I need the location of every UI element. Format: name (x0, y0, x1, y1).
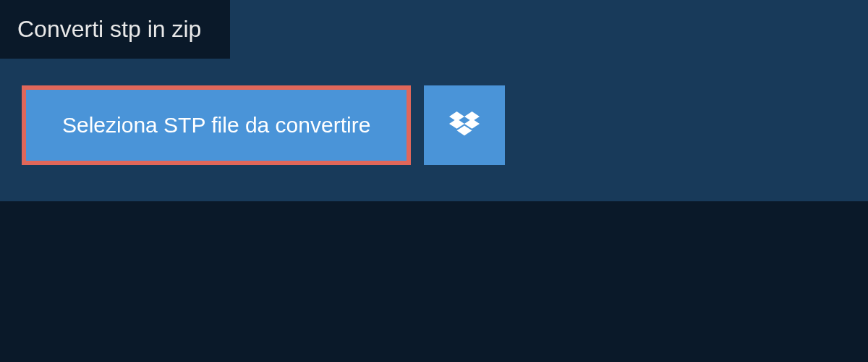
select-file-button[interactable]: Seleziona STP file da convertire (26, 90, 407, 161)
dropbox-button[interactable] (424, 85, 505, 165)
select-file-highlight: Seleziona STP file da convertire (22, 85, 411, 165)
tab-active[interactable]: Converti stp in zip (0, 0, 230, 60)
select-file-label: Seleziona STP file da convertire (62, 113, 370, 137)
converter-panel: Converti stp in zip Seleziona STP file d… (0, 0, 868, 201)
dropbox-icon (449, 111, 480, 139)
button-row: Seleziona STP file da convertire (0, 60, 868, 165)
tab-label: Converti stp in zip (17, 16, 201, 42)
